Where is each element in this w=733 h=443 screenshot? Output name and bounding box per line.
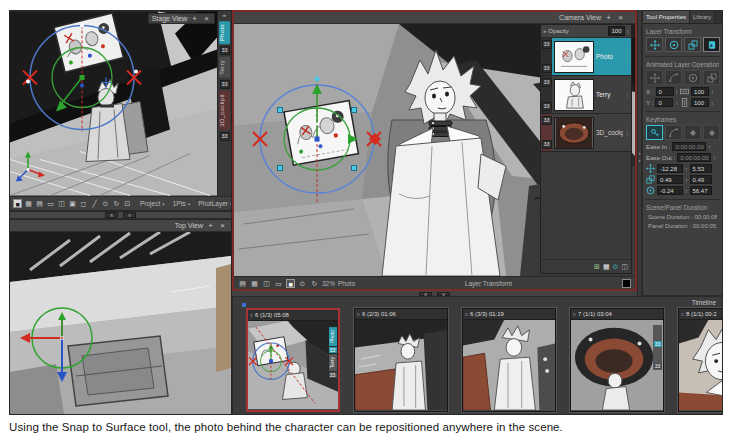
stage-tool-icon[interactable]: ▣ [68, 199, 77, 208]
animate-icon[interactable]: 33 [542, 140, 552, 149]
animate-icon[interactable]: 33 [542, 64, 552, 73]
camera-photo-card[interactable] [284, 101, 358, 166]
reset-view-icon[interactable]: ↻ [310, 279, 319, 288]
layer-row-photo[interactable]: 33 33 Photo ⋮ [541, 38, 631, 76]
stage-tool-icon[interactable]: ▦ [24, 199, 33, 208]
camera-view-mode-icon[interactable]: ◫ [262, 279, 271, 288]
x-spinner[interactable]: ↕ [676, 89, 679, 95]
pts-dropdown[interactable]: 1Pts▾ [173, 200, 191, 207]
timeline-panel-3[interactable]: ≡ 6 (3/3) 01:19 [462, 308, 556, 412]
layer-grip[interactable]: ⋮ [623, 114, 631, 151]
ease-out-field[interactable]: 0:00:00.00 [677, 153, 711, 162]
spinner-icon[interactable]: ↕ [685, 188, 688, 194]
layer-row-3d-cockpit[interactable]: 33 33 3D_cockpit ⋮ [541, 114, 631, 152]
timeline-panel-2[interactable]: ≡ 6 (2/3) 01:06 [354, 308, 448, 412]
splitter-down-button[interactable]: ∨ [437, 292, 450, 296]
add-keyframe-button[interactable] [646, 125, 663, 140]
color-swatch-black[interactable] [622, 279, 631, 288]
mini-tab[interactable] [654, 348, 662, 362]
add-group-icon[interactable]: ▦ [603, 262, 610, 271]
stage-layer-tab-terry[interactable]: Terry [219, 57, 230, 78]
timeline-panel-4[interactable]: ≡ 7 (1/1) 03:04 33 33 [570, 308, 664, 412]
camera-timeline-splitter[interactable]: ∧ ∨ [232, 291, 637, 296]
animate-icon[interactable]: 33 [220, 80, 230, 89]
animate-icon[interactable]: 33 [542, 116, 552, 125]
layer-grip[interactable]: ⋮ [623, 38, 631, 75]
add-layer-icon[interactable]: ⊞ [594, 262, 600, 271]
mini-tab-photo[interactable]: Photo [329, 327, 337, 346]
translate-tool-button[interactable] [646, 37, 663, 52]
camera-view-mode-icon[interactable]: ▤ [238, 279, 247, 288]
scale-tool-button[interactable] [684, 37, 701, 52]
stage-tool-icon[interactable]: ⊙ [101, 199, 110, 208]
expand-right-icon[interactable]: › [639, 150, 641, 157]
panel-splitter-vertical[interactable]: › ‹ [637, 10, 642, 296]
y-field[interactable]: 0 [655, 98, 673, 107]
remove-keyframe-button[interactable] [665, 125, 682, 140]
stage-top-splitter[interactable]: ∧ ∨ [9, 211, 232, 219]
collapse-strip-icon[interactable]: « [223, 12, 226, 19]
spinner-icon[interactable]: ↕ [685, 166, 688, 172]
next-keyframe-button[interactable] [703, 125, 720, 140]
zoom-level[interactable]: 32% [322, 280, 335, 287]
rotate-view-icon[interactable]: ⊙ [298, 279, 307, 288]
height-spinner[interactable]: ↕ [711, 100, 714, 106]
layer-grip[interactable]: ⋮ [623, 76, 631, 113]
x-field[interactable]: 0 [656, 87, 674, 96]
width-spinner[interactable]: ↕ [711, 89, 714, 95]
layer-dropdown[interactable]: PhotLayer▾ [198, 200, 231, 207]
scale-y-field[interactable]: 0.49 [690, 175, 712, 184]
reset-transform-button[interactable] [646, 70, 663, 85]
top-viewport-canvas[interactable] [10, 232, 231, 414]
close-view-button[interactable]: × [218, 221, 227, 230]
add-view-button[interactable]: + [190, 14, 199, 23]
expand-panel-icon[interactable]: » [543, 28, 546, 34]
ease-in-spinner[interactable]: ↕ [708, 144, 711, 150]
tab-tool-properties[interactable]: Tool Properties [643, 11, 690, 23]
opacity-spinner[interactable]: ↕ [627, 28, 630, 34]
spinner-icon[interactable]: ↕ [685, 177, 688, 183]
fit-button[interactable] [703, 70, 720, 85]
stage-tool-icon[interactable]: ■ [13, 199, 22, 208]
camera-layer-icon[interactable]: ⊙ [613, 262, 619, 271]
pen-tool-icon[interactable]: ╱ [90, 199, 99, 208]
prev-keyframe-button[interactable] [684, 125, 701, 140]
camera-view-mode-icon-active[interactable]: ■ [286, 279, 295, 288]
position-y-field[interactable]: 5.53 [690, 164, 712, 173]
timeline-panel-5[interactable]: ≡ 8 (1/1) 00:2 [678, 308, 723, 412]
animate-icon[interactable]: 33 [220, 132, 230, 141]
stage-tool-icon[interactable]: ▤ [35, 199, 44, 208]
opacity-value[interactable]: 100 [608, 26, 624, 36]
timeline-panel-1[interactable]: ≡ 6 (1/3) 05:08 [246, 308, 340, 412]
pivot-button[interactable] [684, 70, 701, 85]
splitter-up-button[interactable]: ∧ [105, 212, 118, 218]
animate-icon[interactable]: 33 [542, 78, 552, 87]
stage-layer-tab-photo[interactable]: Photo [219, 21, 230, 44]
rotation-field[interactable]: -0.24 [657, 186, 683, 195]
stage-layer-tab-3d-cockpit[interactable]: 3D_cockpit [219, 91, 230, 130]
animate-icon[interactable]: 33 [542, 40, 552, 49]
width-field[interactable]: 100 [691, 87, 709, 96]
stage-viewport-canvas[interactable] [10, 11, 217, 196]
ease-out-spinner[interactable]: ↕ [713, 155, 716, 161]
stage-tool-icon[interactable]: ▭ [46, 199, 55, 208]
rotate-tool-button[interactable] [665, 37, 682, 52]
position-x-field[interactable]: -12.28 [657, 164, 683, 173]
project-dropdown[interactable]: Project▾ [140, 200, 165, 207]
close-view-button[interactable]: × [616, 13, 625, 22]
skew-field[interactable]: 56.47 [690, 186, 712, 195]
spread-layer-button[interactable] [665, 70, 682, 85]
height-field[interactable]: 100 [691, 98, 709, 107]
animate-icon[interactable]: 33 [220, 46, 230, 55]
expand-left-icon[interactable]: ‹ [639, 157, 641, 164]
splitter-down-button[interactable]: ∨ [123, 212, 136, 218]
stage-tool-icon[interactable]: ◫ [57, 199, 66, 208]
stage-tool-icon[interactable]: ◻ [79, 199, 88, 208]
camera-view-mode-icon[interactable]: ▦ [250, 279, 259, 288]
camera-view-mode-icon[interactable]: ▭ [274, 279, 283, 288]
duplicate-layer-icon[interactable]: ◫ [621, 262, 628, 271]
snap-to-surface-button[interactable] [703, 37, 720, 52]
scale-x-field[interactable]: 0.49 [657, 175, 683, 184]
mini-tab[interactable] [654, 326, 662, 340]
animate-icon[interactable]: 33 [542, 102, 552, 111]
